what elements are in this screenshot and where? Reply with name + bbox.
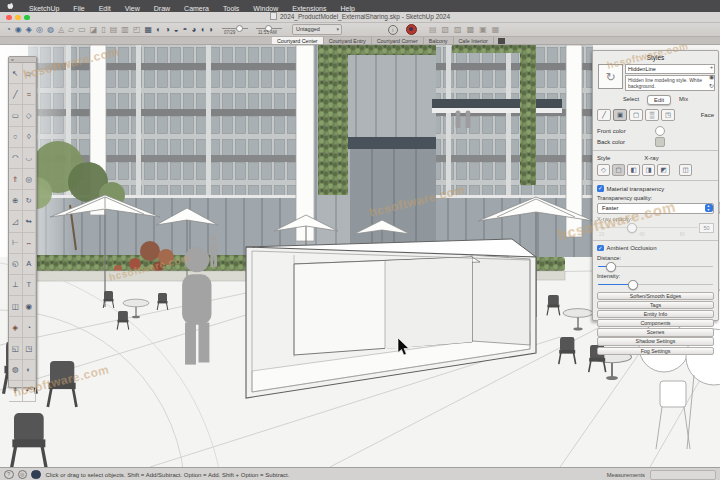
shaded-icon[interactable]: ◧	[627, 164, 640, 176]
geolocation-icon[interactable]: ◎	[18, 470, 28, 480]
title-bar[interactable]: 2024_ProductModel_ExternalSharing.skp - …	[0, 12, 720, 23]
style-description-input[interactable]: Hidden line modeling style. White backgr…	[625, 75, 715, 91]
zoom-window-tool[interactable]: ◱	[9, 338, 23, 359]
previous-view-icon[interactable]: ◍	[47, 25, 54, 35]
ambient-occlusion-checkbox[interactable]: ✓	[597, 245, 604, 252]
collapsed-section-bar[interactable]: Tags	[597, 301, 714, 309]
section-cut-icon[interactable]: ◪	[90, 25, 98, 35]
zoom-extents-icon[interactable]: ◎	[36, 25, 43, 35]
menu-item[interactable]: Camera	[177, 5, 216, 12]
sample-paint-icon[interactable]: ◉	[708, 74, 715, 81]
menu-item[interactable]: Tools	[216, 5, 246, 12]
position-camera-tool[interactable]: ◍	[9, 360, 23, 381]
credits-icon[interactable]	[31, 470, 41, 480]
layout-export-icon[interactable]: ▦	[492, 25, 500, 35]
polygon-tool[interactable]: ◊	[23, 127, 37, 148]
background-settings-icon[interactable]: ▢	[629, 109, 643, 121]
apple-menu-icon[interactable]	[7, 2, 14, 10]
measurements-input[interactable]	[650, 470, 716, 480]
face-settings-icon[interactable]: ▣	[613, 109, 627, 121]
collapsed-section-bar[interactable]: Scenes	[597, 328, 714, 336]
collapsed-section-bar[interactable]: Soften/Smooth Edges	[597, 292, 714, 300]
scene-tab[interactable]: Balcony	[424, 37, 454, 44]
top-view-icon[interactable]: ▯	[101, 25, 105, 35]
styles-tab[interactable]: Edit	[647, 95, 671, 105]
section-plane-tool[interactable]: ◫	[9, 296, 23, 317]
collapsed-section-bar[interactable]: Fog Settings	[597, 347, 714, 355]
orbit-icon[interactable]: ◉	[15, 25, 22, 35]
front-color-swatch[interactable]	[655, 126, 665, 136]
section-display-icon[interactable]: ▭	[78, 25, 86, 35]
menu-item[interactable]: Help	[334, 5, 362, 12]
shadow-evening-icon[interactable]: ◓	[183, 25, 188, 35]
axes-tool[interactable]: ⊥	[9, 275, 23, 296]
look-around-tool[interactable]: ◐	[23, 360, 37, 381]
styles-tab[interactable]: Select	[617, 95, 645, 105]
3d-text-tool[interactable]: T	[23, 275, 37, 296]
tape-measure-tool[interactable]: ⊢	[9, 233, 23, 254]
freehand-tool[interactable]: ≈	[23, 84, 37, 105]
help-icon[interactable]: ?	[4, 470, 14, 480]
previous-view-tool[interactable]: ↶	[23, 381, 37, 402]
push-pull-tool[interactable]: ⇑	[9, 169, 23, 190]
material-transparency-checkbox[interactable]: ✓	[597, 185, 604, 192]
collapsed-section-bar[interactable]: Shadow Settings	[597, 337, 714, 345]
update-style-icon[interactable]: ↻	[708, 83, 715, 90]
xray-opacity-slider[interactable]: 50	[597, 223, 714, 232]
monochrome-icon[interactable]: ◩	[657, 164, 670, 176]
hidden-line-icon[interactable]: ▢	[612, 164, 625, 176]
new-style-icon[interactable]: +	[708, 64, 715, 71]
walk-tool[interactable]: ↟	[9, 381, 23, 402]
shadow-morning-icon[interactable]: ◑	[165, 25, 170, 35]
front-view-icon[interactable]: ▤	[110, 25, 118, 35]
pan-icon[interactable]: ◈	[26, 25, 32, 35]
menu-item[interactable]: SketchUp	[22, 5, 66, 12]
menu-item[interactable]: View	[118, 5, 147, 12]
orbit-tool[interactable]: ◉	[23, 296, 37, 317]
scene-tab[interactable]: Courtyard Center	[272, 37, 324, 44]
modeling-settings-icon[interactable]: ◳	[661, 109, 675, 121]
tag-dropdown[interactable]: Untagged▾	[292, 24, 342, 35]
pan-tool[interactable]: ◈	[9, 317, 23, 338]
move-tool[interactable]: ⊕	[9, 190, 23, 211]
shadow-time-slider[interactable]: 11:55 AM	[256, 25, 282, 35]
style-name-input[interactable]: HiddenLine	[625, 64, 715, 74]
protractor-tool[interactable]: ◵	[9, 254, 23, 275]
back-color-swatch[interactable]	[655, 137, 665, 147]
scene-tab[interactable]: Cafe Interior	[454, 37, 494, 44]
wireframe-icon[interactable]: ◇	[597, 164, 610, 176]
look-around-icon[interactable]: ◖	[200, 25, 205, 35]
collapsed-section-bar[interactable]: Components	[597, 319, 714, 327]
eraser-tool[interactable]: ▱	[23, 63, 37, 84]
collapsed-section-bar[interactable]: Entity Info	[597, 310, 714, 318]
shadow-date-slider[interactable]: 07/29	[222, 25, 248, 35]
shaded-textures-icon[interactable]: ◨	[642, 164, 655, 176]
transparency-quality-select[interactable]: Faster ▲▼	[597, 203, 714, 214]
rectangle-tool[interactable]: ▭	[9, 105, 23, 126]
shadows-toggle-icon[interactable]: ◐	[156, 25, 161, 35]
position-camera-icon[interactable]: ◬	[58, 25, 64, 35]
tab-overflow-button[interactable]	[498, 38, 505, 44]
text-tool[interactable]: A	[23, 254, 37, 275]
shadow-noon-icon[interactable]: ◒	[174, 25, 179, 35]
info-button[interactable]: i	[388, 25, 398, 35]
watermark-settings-icon[interactable]: ▒	[645, 109, 659, 121]
menu-item[interactable]: Extensions	[285, 5, 333, 12]
iso-view-icon[interactable]: ◰	[133, 25, 141, 35]
follow-me-tool[interactable]: ↬	[23, 211, 37, 232]
rotated-rectangle-tool[interactable]: ◇	[23, 105, 37, 126]
scene-tab[interactable]: Courtyard Entry	[324, 37, 372, 44]
circle-tool[interactable]: ○	[9, 127, 23, 148]
section-plane-icon[interactable]: ▱	[68, 25, 74, 35]
edge-settings-icon[interactable]: ╱	[597, 109, 611, 121]
menu-item[interactable]: Draw	[147, 5, 177, 12]
search-zoom-icon[interactable]: ◔	[6, 25, 11, 35]
account-avatar[interactable]	[406, 24, 417, 35]
walk-icon[interactable]: ◗	[209, 25, 214, 35]
menu-item[interactable]: Edit	[92, 5, 118, 12]
style-thumbnail[interactable]: ↻	[598, 64, 623, 89]
zoom-extents-tool[interactable]: ◳	[23, 338, 37, 359]
rotate-tool[interactable]: ↻	[23, 190, 37, 211]
line-tool[interactable]: ╱	[9, 84, 23, 105]
scene-tab[interactable]: Courtyard Corner	[372, 37, 424, 44]
